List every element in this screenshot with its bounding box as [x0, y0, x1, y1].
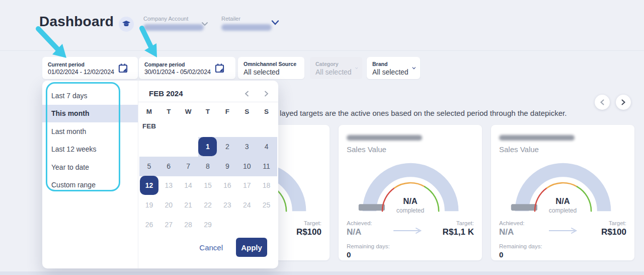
preset-list: Last 7 daysThis monthLast monthLast 12 w…	[42, 87, 138, 194]
day-25[interactable]: 25	[257, 195, 276, 215]
day-4[interactable]: 4	[257, 137, 276, 157]
chevron-down-icon[interactable]	[271, 20, 280, 26]
chevron-down-icon	[412, 66, 416, 71]
day-20[interactable]: 20	[159, 195, 179, 215]
compare-period-value: 30/01/2024 - 05/02/2024	[144, 68, 211, 76]
preset-last-7-days[interactable]: Last 7 days	[42, 87, 138, 105]
day-14[interactable]: 14	[179, 176, 198, 195]
compare-period-label: Compare period	[144, 61, 211, 67]
gauge-chart: N/A completed	[355, 156, 466, 215]
remaining-days-block: Remaining days: 0	[347, 243, 474, 259]
day-6[interactable]: 6	[159, 157, 179, 176]
achieved-label: Achieved:	[499, 220, 525, 226]
target-label: Target:	[296, 220, 321, 226]
day-10[interactable]: 10	[237, 157, 257, 176]
day-empty	[217, 215, 237, 234]
academy-badge[interactable]	[119, 17, 134, 32]
preset-this-month[interactable]: This month	[42, 105, 138, 123]
day-8[interactable]: 8	[198, 157, 218, 176]
achieved-block: Achieved: N/A	[499, 220, 525, 237]
day-16[interactable]: 16	[217, 176, 237, 195]
card-title-redacted	[499, 135, 575, 141]
day-11[interactable]: 11	[257, 157, 276, 176]
cancel-button[interactable]: Cancel	[199, 243, 223, 252]
day-header: M	[139, 106, 159, 117]
day-5[interactable]: 5	[139, 157, 159, 176]
current-period-filter[interactable]: Current period 01/02/2024 - 12/02/2024	[42, 57, 138, 79]
brand-value: All selected	[372, 68, 409, 76]
card-metric-label: Sales Value	[347, 145, 474, 154]
day-26[interactable]: 26	[139, 215, 159, 234]
header-divider	[0, 50, 644, 51]
gauge-value: N/A	[355, 196, 466, 206]
targets-info-text: layed targets are the active ones based …	[280, 109, 567, 117]
omnichannel-source-filter[interactable]: Omnichannel Source All selected	[238, 57, 304, 79]
day-22[interactable]: 22	[198, 195, 218, 215]
day-7[interactable]: 7	[179, 157, 198, 176]
day-17[interactable]: 17	[237, 176, 257, 195]
remaining-days-block: Remaining days: 0	[499, 243, 626, 259]
gauge-caption: completed	[355, 207, 466, 214]
chevron-down-icon[interactable]	[201, 22, 208, 26]
day-27[interactable]: 27	[159, 215, 179, 234]
day-24[interactable]: 24	[237, 195, 257, 215]
calendar-next-month-button[interactable]	[260, 88, 272, 100]
retailer-dropdown[interactable]: Retailer	[221, 16, 272, 31]
arrow-right-icon	[548, 227, 578, 234]
annotation-arrows	[0, 0, 181, 65]
day-empty	[237, 215, 257, 234]
target-label: Target:	[601, 220, 626, 226]
day-3[interactable]: 3	[237, 137, 257, 157]
datepicker-divider	[138, 81, 138, 268]
card-title-redacted	[347, 135, 422, 141]
company-account-dropdown[interactable]: Company Account	[143, 16, 204, 31]
day-2[interactable]: 2	[217, 137, 237, 157]
gauge-chart: N/A completed	[508, 156, 618, 215]
calendar-day-headers: MTWTFSS	[139, 106, 276, 117]
day-1[interactable]: 1	[198, 137, 218, 157]
chevron-right-icon	[264, 91, 269, 97]
compare-period-filter[interactable]: Compare period 30/01/2024 - 05/02/2024	[139, 57, 235, 79]
category-label: Category	[315, 61, 352, 67]
day-19[interactable]: 19	[139, 195, 159, 215]
brand-filter[interactable]: Brand All selected	[367, 57, 420, 79]
target-card: Sales Value N/A completed Achieved: N/A	[491, 125, 634, 260]
target-label: Target:	[443, 220, 474, 226]
day-28[interactable]: 28	[179, 215, 198, 234]
day-empty	[139, 137, 159, 157]
achieved-value: N/A	[499, 227, 525, 237]
bottom-strip	[0, 271, 644, 275]
day-23[interactable]: 23	[217, 195, 237, 215]
current-period-label: Current period	[48, 61, 114, 67]
day-29[interactable]: 29	[198, 215, 218, 234]
category-value: All selected	[315, 68, 352, 76]
preset-last-month[interactable]: Last month	[42, 122, 138, 141]
preset-year-to-date[interactable]: Year to date	[42, 158, 138, 176]
calendar-icon	[214, 63, 225, 74]
preset-last-12-weeks[interactable]: Last 12 weeks	[42, 141, 138, 159]
remaining-days-label: Remaining days:	[499, 243, 626, 249]
day-header: S	[237, 106, 257, 117]
remaining-days-label: Remaining days:	[347, 243, 474, 249]
retailer-label: Retailer	[221, 16, 272, 22]
day-12[interactable]: 12	[139, 176, 159, 195]
carousel-prev-button[interactable]	[595, 95, 610, 110]
day-18[interactable]: 18	[257, 176, 276, 195]
preset-custom-range[interactable]: Custom range	[42, 176, 138, 194]
day-13[interactable]: 13	[159, 176, 179, 195]
page-title: Dashboard	[39, 14, 114, 30]
day-9[interactable]: 9	[217, 157, 237, 176]
day-21[interactable]: 21	[179, 195, 198, 215]
apply-button[interactable]: Apply	[236, 238, 267, 257]
calendar-prev-month-button[interactable]	[240, 88, 253, 100]
arrow-annotation	[142, 28, 157, 57]
carousel-next-button[interactable]	[616, 95, 631, 110]
retailer-value-redacted	[221, 24, 272, 31]
day-header: F	[217, 106, 237, 117]
day-empty	[257, 215, 276, 234]
chevron-left-icon	[600, 99, 605, 105]
day-header: T	[198, 106, 218, 117]
achieved-label: Achieved:	[347, 220, 372, 226]
day-15[interactable]: 15	[198, 176, 218, 195]
chevron-right-icon	[621, 99, 626, 105]
